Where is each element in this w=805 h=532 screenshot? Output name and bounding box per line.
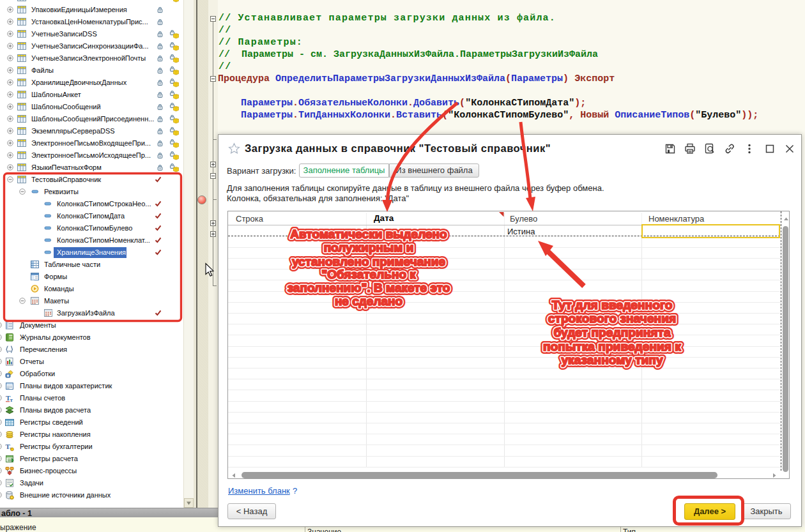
svg-text:т: т [10, 397, 13, 403]
